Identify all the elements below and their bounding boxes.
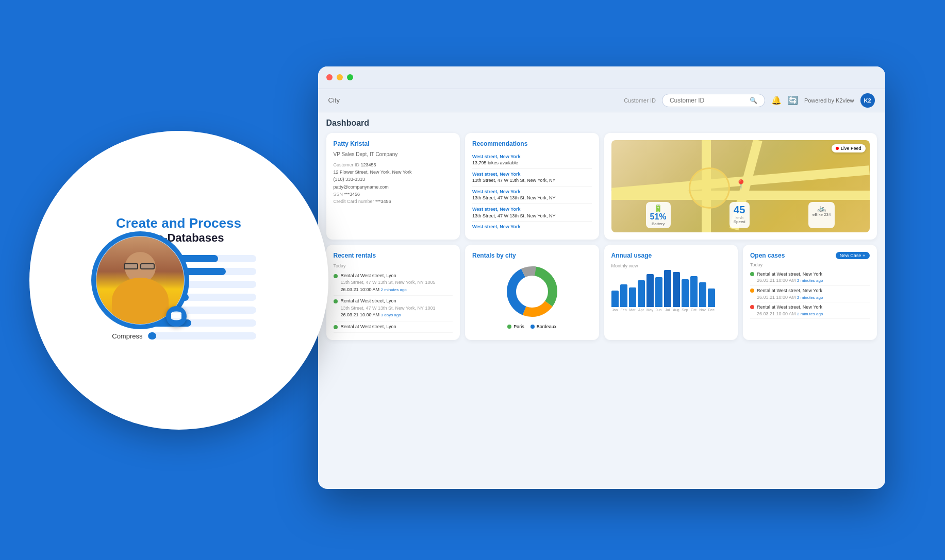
- usage-subtitle: Monthly view: [611, 263, 731, 268]
- customer-id-search[interactable]: 🔍: [662, 94, 765, 107]
- browser-maximize-dot[interactable]: [347, 74, 353, 80]
- header-city-label: City: [328, 96, 340, 104]
- browser-close-dot[interactable]: [326, 74, 333, 80]
- header-left: City: [328, 96, 340, 104]
- dashboard-grid: Patty Kristal VP Sales Dept, IT Company …: [326, 133, 877, 341]
- annual-usage-card: Annual usage Monthly view Jan Feb Mar Ap…: [604, 245, 738, 341]
- legend-paris: Paris: [507, 324, 524, 329]
- speed-stat: 45 km/h Speed: [730, 202, 750, 228]
- cases-today-label: Today: [750, 262, 870, 267]
- bar-oct: Oct: [690, 276, 698, 312]
- dashboard-header: City Customer ID 🔍 🔔 🔄 Powered by K2view…: [318, 89, 885, 112]
- browser-window: City Customer ID 🔍 🔔 🔄 Powered by K2view…: [318, 66, 885, 489]
- case-text: Rental at West street, New York 26.03.21…: [757, 271, 823, 284]
- case-item: Rental at West street, New York 26.03.21…: [750, 269, 870, 286]
- usage-card-title: Annual usage: [611, 252, 731, 259]
- rec-item: West street, New York 13th Street, 47 W …: [472, 169, 592, 186]
- profile-card: Patty Kristal VP Sales Dept, IT Company …: [326, 133, 460, 240]
- recommendations-card: Recommendations West street, New York 13…: [465, 133, 599, 240]
- rental-text: Rental at West street, Lyon: [341, 324, 396, 331]
- rental-text: Rental at West street, Lyon 13th Street,…: [341, 273, 436, 294]
- svg-text:23: 23: [536, 291, 541, 295]
- bar-feb: Feb: [620, 284, 627, 312]
- glass-left: [124, 263, 138, 269]
- search-input[interactable]: [670, 97, 747, 104]
- rental-status-dot: [334, 299, 338, 303]
- progress-label-compress: Compress: [102, 332, 143, 340]
- svg-point-13: [171, 316, 181, 320]
- rental-status-dot: [334, 274, 338, 278]
- recent-rentals-card: Recent rentals Today Rental at West stre…: [326, 245, 460, 341]
- map-card: 📍 Live Feed 🔋 51% B: [604, 133, 877, 240]
- glasses: [124, 263, 157, 269]
- rental-item: Rental at West street, Lyon 13th Street,…: [334, 296, 453, 321]
- dashboard-main: Dashboard Patty Kristal VP Sales Dept, I…: [318, 112, 885, 486]
- rentals-card-title: Recent rentals: [334, 252, 453, 259]
- legend-bordeaux: Bordeaux: [530, 324, 557, 329]
- new-case-button[interactable]: New Case +: [836, 252, 870, 259]
- bar-apr: Apr: [638, 280, 645, 312]
- rental-status-dot: [334, 325, 338, 329]
- dashboard-title: Dashboard: [326, 118, 877, 128]
- glass-right: [140, 263, 155, 269]
- refresh-icon[interactable]: 🔄: [788, 95, 798, 105]
- live-feed-label: Live Feed: [841, 146, 861, 151]
- powered-by-label: Powered by K2view: [804, 97, 854, 104]
- case-text: Rental at West street, New York 26.03.21…: [757, 304, 823, 317]
- k2-badge: K2: [860, 93, 875, 108]
- notification-icon[interactable]: 🔔: [771, 95, 782, 105]
- avatar-container: [91, 231, 189, 329]
- profile-fields: Customer ID 123455 12 Flower Street, New…: [334, 161, 453, 206]
- battery-stat: 🔋 51% Battery: [646, 202, 671, 228]
- database-icon: [170, 311, 183, 321]
- bar-may: May: [646, 274, 654, 312]
- add-icon: +: [863, 253, 865, 258]
- rec-item: West street, New York: [472, 222, 592, 232]
- rec-card-title: Recommendations: [472, 140, 592, 147]
- browser-minimize-dot[interactable]: [337, 74, 343, 80]
- donut-chart: 22 23 13 6: [504, 263, 560, 320]
- profile-role: VP Sales Dept, IT Company: [334, 151, 453, 157]
- bar-nov: Nov: [699, 282, 706, 312]
- case-status-dot: [750, 272, 754, 276]
- case-item: Rental at West street, New York 26.03.21…: [750, 302, 870, 319]
- case-status-dot: [750, 289, 754, 293]
- rec-item: West street, New York 13th Street, 47 W …: [472, 186, 592, 204]
- database-badge: [166, 306, 187, 327]
- circle-heading-top: Create and Process: [116, 215, 241, 231]
- browser-content: City Customer ID 🔍 🔔 🔄 Powered by K2view…: [318, 89, 885, 489]
- svg-text:22: 22: [523, 284, 527, 289]
- progress-track-compress: [148, 332, 256, 340]
- bar-aug: Aug: [673, 272, 680, 312]
- search-icon: 🔍: [750, 97, 757, 104]
- profile-card-name: Patty Kristal: [334, 140, 453, 147]
- case-status-dot: [750, 305, 754, 309]
- case-text: Rental at West street, New York 26.03.21…: [757, 287, 823, 300]
- live-dot: [836, 147, 839, 150]
- open-cases-card: Open cases New Case + Today Rental at We…: [743, 245, 877, 341]
- customer-id-label: Customer ID: [624, 97, 656, 104]
- bar-jun: Jun: [655, 277, 662, 312]
- header-right: Customer ID 🔍 🔔 🔄 Powered by K2view K2: [624, 93, 874, 108]
- map-stats: 🔋 51% Battery 45 km/h Speed: [611, 202, 870, 228]
- legend-bordeaux-label: Bordeaux: [537, 324, 557, 329]
- map-pin: 📍: [735, 179, 747, 190]
- donut-legend: Paris Bordeaux: [507, 324, 556, 329]
- cases-card-title: Open cases: [750, 252, 785, 259]
- bar-sep: Sep: [682, 279, 689, 312]
- case-item: Rental at West street, New York 26.03.21…: [750, 286, 870, 302]
- svg-text:13: 13: [529, 299, 534, 303]
- progress-fill-compress: [148, 332, 157, 340]
- annual-usage-bar-chart: Jan Feb Mar Apr May Jun Jul Aug Sep Oct …: [611, 270, 731, 312]
- rentals-by-city-card: Rentals by city: [465, 245, 599, 341]
- live-feed-badge: Live Feed: [832, 144, 866, 152]
- new-case-label: New Case: [840, 253, 861, 258]
- map-background: 📍 Live Feed 🔋 51% B: [611, 140, 870, 232]
- rental-text: Rental at West street, Lyon 13th Street,…: [341, 298, 436, 319]
- bar-dec: Dec: [708, 289, 715, 312]
- legend-paris-label: Paris: [513, 324, 524, 329]
- bar-jan: Jan: [611, 291, 619, 312]
- rental-item: Rental at West street, Lyon: [334, 321, 453, 333]
- svg-text:6: 6: [522, 295, 525, 299]
- rentals-today-label: Today: [334, 263, 453, 268]
